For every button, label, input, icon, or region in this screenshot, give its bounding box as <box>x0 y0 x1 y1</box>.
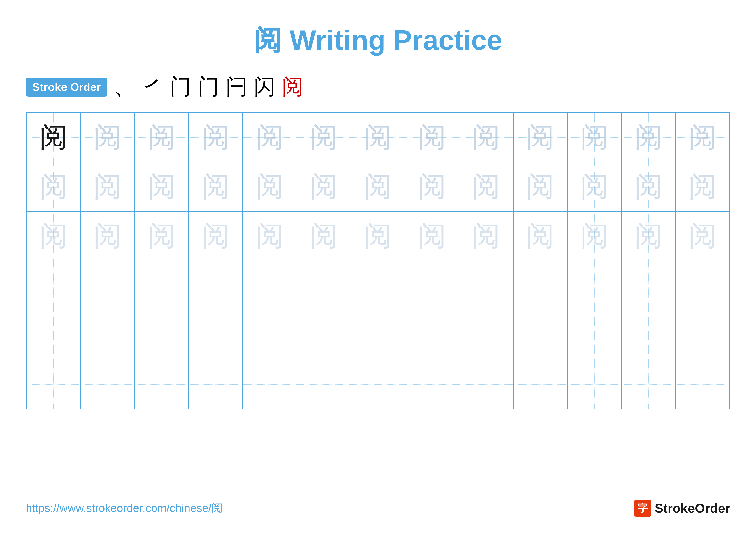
grid-cell[interactable]: 阅 <box>26 113 80 162</box>
grid-cell[interactable]: 阅 <box>513 162 567 211</box>
grid-cell[interactable]: 阅 <box>676 113 730 162</box>
grid-cell[interactable] <box>676 310 730 360</box>
stroke-6: 闪 <box>254 72 275 101</box>
grid-cell[interactable]: 阅 <box>243 212 297 261</box>
grid-cell[interactable] <box>134 360 189 409</box>
grid-cell[interactable]: 阅 <box>297 212 351 261</box>
grid-cell[interactable] <box>297 360 351 409</box>
grid-cell[interactable] <box>351 360 405 409</box>
practice-char: 阅 <box>472 118 500 156</box>
grid-cell[interactable]: 阅 <box>243 162 297 211</box>
grid-cell[interactable]: 阅 <box>622 162 676 211</box>
grid-cell[interactable]: 阅 <box>676 162 730 211</box>
grid-cell[interactable]: 阅 <box>567 212 622 261</box>
grid-cell[interactable]: 阅 <box>26 212 80 261</box>
grid-cell[interactable] <box>513 360 567 409</box>
grid-cell[interactable] <box>351 261 405 310</box>
grid-cell[interactable] <box>513 261 567 310</box>
practice-char: 阅 <box>472 168 500 206</box>
grid-cell[interactable] <box>134 261 189 310</box>
grid-cell[interactable] <box>567 310 622 360</box>
practice-char: 阅 <box>688 118 716 156</box>
grid-cell[interactable] <box>80 310 134 360</box>
page-title: 阅 Writing Practice <box>26 21 730 60</box>
grid-cell[interactable] <box>189 360 243 409</box>
practice-char: 阅 <box>580 217 608 255</box>
grid-cell[interactable] <box>80 360 134 409</box>
stroke-4: 门 <box>198 72 219 101</box>
grid-cell[interactable] <box>26 261 80 310</box>
grid-cell[interactable] <box>351 310 405 360</box>
grid-cell[interactable]: 阅 <box>459 162 513 211</box>
grid-cell[interactable]: 阅 <box>189 113 243 162</box>
grid-cell[interactable]: 阅 <box>134 113 189 162</box>
grid-cell[interactable]: 阅 <box>405 162 459 211</box>
grid-cell[interactable]: 阅 <box>676 212 730 261</box>
grid-cell[interactable]: 阅 <box>189 212 243 261</box>
grid-cell[interactable]: 阅 <box>80 162 134 211</box>
page: 阅 Writing Practice Stroke Order 、 ㇒ 门 门 … <box>0 0 756 534</box>
footer: https://www.strokeorder.com/chinese/阅 字 … <box>26 499 730 517</box>
footer-logo: 字 StrokeOrder <box>634 499 730 517</box>
grid-cell[interactable]: 阅 <box>459 113 513 162</box>
grid-cell[interactable]: 阅 <box>351 212 405 261</box>
grid-cell[interactable]: 阅 <box>622 113 676 162</box>
grid-cell[interactable]: 阅 <box>622 212 676 261</box>
grid-cell[interactable] <box>26 310 80 360</box>
grid-cell[interactable]: 阅 <box>513 113 567 162</box>
practice-char: 阅 <box>202 168 230 206</box>
grid-cell[interactable]: 阅 <box>297 162 351 211</box>
grid-cell[interactable] <box>297 310 351 360</box>
practice-char: 阅 <box>418 118 446 156</box>
grid-cell[interactable] <box>189 261 243 310</box>
stroke-5: 闩 <box>226 72 247 101</box>
grid-cell[interactable] <box>134 310 189 360</box>
grid-cell[interactable]: 阅 <box>567 162 622 211</box>
grid-cell[interactable] <box>80 261 134 310</box>
grid-cell[interactable] <box>405 360 459 409</box>
practice-char: 阅 <box>418 217 446 255</box>
stroke-2: ㇒ <box>142 72 163 101</box>
grid-cell[interactable]: 阅 <box>405 113 459 162</box>
grid-cell[interactable]: 阅 <box>513 212 567 261</box>
grid-cell[interactable]: 阅 <box>567 113 622 162</box>
practice-char: 阅 <box>688 168 716 206</box>
grid-cell[interactable] <box>459 261 513 310</box>
practice-char: 阅 <box>202 118 230 156</box>
grid-cell[interactable] <box>243 310 297 360</box>
grid-cell[interactable] <box>405 261 459 310</box>
grid-cell[interactable]: 阅 <box>80 113 134 162</box>
practice-char: 阅 <box>364 118 392 156</box>
grid-cell[interactable] <box>243 261 297 310</box>
practice-char: 阅 <box>148 217 176 255</box>
grid-cell[interactable] <box>459 310 513 360</box>
grid-cell[interactable]: 阅 <box>134 212 189 261</box>
grid-cell[interactable] <box>622 310 676 360</box>
grid-cell[interactable] <box>26 360 80 409</box>
grid-cell[interactable]: 阅 <box>80 212 134 261</box>
grid-cell[interactable]: 阅 <box>351 113 405 162</box>
grid-cell[interactable] <box>405 310 459 360</box>
grid-cell[interactable] <box>243 360 297 409</box>
grid-cell[interactable] <box>189 310 243 360</box>
grid-cell[interactable] <box>676 261 730 310</box>
grid-cell[interactable] <box>622 360 676 409</box>
grid-cell[interactable] <box>459 360 513 409</box>
grid-cell[interactable]: 阅 <box>134 162 189 211</box>
grid-cell[interactable]: 阅 <box>243 113 297 162</box>
grid-cell[interactable] <box>622 261 676 310</box>
footer-url: https://www.strokeorder.com/chinese/阅 <box>26 501 223 516</box>
grid-cell[interactable] <box>513 310 567 360</box>
grid-cell[interactable]: 阅 <box>459 212 513 261</box>
grid-cell[interactable]: 阅 <box>297 113 351 162</box>
grid-cell[interactable] <box>676 360 730 409</box>
stroke-sequence: 、 ㇒ 门 门 闩 闪 阅 <box>114 72 304 101</box>
grid-cell[interactable]: 阅 <box>189 162 243 211</box>
grid-cell[interactable] <box>567 360 622 409</box>
grid-cell[interactable]: 阅 <box>405 212 459 261</box>
grid-cell[interactable]: 阅 <box>26 162 80 211</box>
grid-cell[interactable] <box>297 261 351 310</box>
practice-char: 阅 <box>364 168 392 206</box>
grid-cell[interactable]: 阅 <box>351 162 405 211</box>
grid-cell[interactable] <box>567 261 622 310</box>
